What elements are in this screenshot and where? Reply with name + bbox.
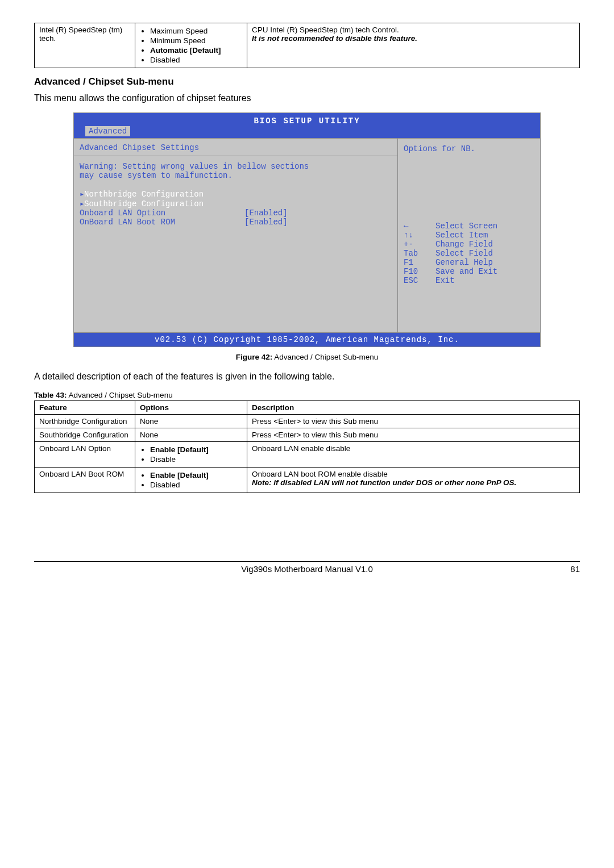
bios-left-pane: Advanced Chipset Settings Warning: Setti… — [74, 138, 398, 333]
bios-key-desc: General Help — [435, 258, 493, 267]
t43-r3-opt-1: Disabled — [150, 481, 242, 489]
table-row: Northbridge Configuration None Press <En… — [35, 415, 580, 428]
figure-label: Figure 42: — [236, 353, 273, 361]
speedstep-opt-2: Automatic [Default] — [150, 46, 242, 55]
speedstep-desc-l2: It is not recommended to disable this fe… — [252, 34, 417, 43]
t43-r2-feature: Onboard LAN Option — [35, 442, 135, 468]
table43-label: Table 43: — [34, 391, 67, 399]
bios-key-desc: Change Field — [435, 240, 493, 249]
bios-key: F1 — [404, 258, 435, 267]
bios-key: +- — [404, 240, 435, 249]
bios-warning-l2: may cause system to malfunction. — [80, 171, 392, 180]
t43-r0-feature: Northbridge Configuration — [35, 415, 135, 428]
bios-title: BIOS SETUP UTILITY — [74, 113, 540, 127]
speedstep-opt-0: Maximum Speed — [150, 27, 242, 35]
bios-field-onboard-lan-option: Onboard LAN Option [Enabled] — [80, 208, 392, 218]
t43-r3-options: Enable [Default] Disabled — [135, 468, 247, 493]
bios-screenshot: BIOS SETUP UTILITY Advanced Advanced Chi… — [73, 112, 541, 347]
section-intro: This menu allows the configuration of ch… — [34, 93, 580, 103]
bios-section-title: Advanced Chipset Settings — [74, 139, 397, 156]
figure-text: Advanced / Chipset Sub-menu — [272, 353, 378, 361]
desc-paragraph: A detailed description of each of the fe… — [34, 372, 580, 382]
t43-r3-feature: Onboard LAN Boot ROM — [35, 468, 135, 493]
bios-tabs: Advanced — [74, 127, 540, 138]
t43-r3-desc-note: Note: if disabled LAN will not function … — [252, 478, 516, 487]
bios-field-value: [Enabled] — [244, 208, 288, 218]
t43-r0-desc: Press <Enter> to view this Sub menu — [247, 415, 580, 428]
t43-r3-opt-0: Enable [Default] — [150, 471, 242, 479]
t43-r3-desc-l1: Onboard LAN boot ROM enable disable — [252, 470, 388, 478]
bios-key-hints: ←Select Screen ↑↓Select Item +-Change Fi… — [404, 222, 534, 285]
speedstep-desc: CPU Intel (R) SpeedStep (tm) tech Contro… — [247, 23, 580, 68]
bios-submenu-northbridge: ▸Northbridge Configuration — [80, 189, 392, 199]
bios-field-label: OnBoard LAN Boot ROM — [80, 218, 244, 227]
footer-page-number: 81 — [546, 564, 580, 574]
bios-key: Tab — [404, 249, 435, 258]
table43-header-options: Options — [135, 401, 247, 415]
speedstep-table: Intel (R) SpeedStep (tm) tech. Maximum S… — [34, 23, 580, 68]
bios-field-label: Onboard LAN Option — [80, 208, 244, 218]
triangle-icon: ▸ — [80, 199, 84, 208]
t43-r2-opt-1: Disable — [150, 455, 242, 464]
table43-caption: Table 43: Advanced / Chipset Sub-menu — [34, 391, 580, 399]
bios-key: F10 — [404, 267, 435, 276]
footer-title: Vig390s Motherboard Manual V1.0 — [68, 564, 546, 574]
bios-key-desc: Save and Exit — [435, 267, 497, 276]
bios-field-onboard-lan-boot-rom: OnBoard LAN Boot ROM [Enabled] — [80, 218, 392, 227]
bios-key: ↑↓ — [404, 231, 435, 240]
t43-r2-opt-0: Enable [Default] — [150, 445, 242, 454]
bios-field-value: [Enabled] — [244, 218, 288, 227]
table-row: Onboard LAN Option Enable [Default] Disa… — [35, 442, 580, 468]
table43: Feature Options Description Northbridge … — [34, 400, 580, 493]
bios-help-title: Options for NB. — [404, 144, 534, 153]
bios-key-desc: Select Item — [435, 231, 488, 240]
speedstep-options: Maximum Speed Minimum Speed Automatic [D… — [135, 23, 247, 68]
figure-caption: Figure 42: Advanced / Chipset Sub-menu — [34, 353, 580, 361]
t43-r2-options: Enable [Default] Disable — [135, 442, 247, 468]
bios-submenu-southbridge: ▸Southbridge Configuration — [80, 199, 392, 208]
t43-r1-options: None — [135, 428, 247, 442]
t43-r1-feature: Southbridge Configuration — [35, 428, 135, 442]
table43-text: Advanced / Chipset Sub-menu — [67, 391, 173, 399]
bios-key-desc: Select Field — [435, 249, 493, 258]
speedstep-opt-3: Disabled — [150, 56, 242, 64]
bios-key-desc: Exit — [435, 276, 455, 285]
table-row: Onboard LAN Boot ROM Enable [Default] Di… — [35, 468, 580, 493]
t43-r1-desc: Press <Enter> to view this Sub menu — [247, 428, 580, 442]
bios-footer: v02.53 (C) Copyright 1985-2002, American… — [74, 333, 540, 347]
bios-warning-l1: Warning: Setting wrong values in bellow … — [80, 162, 392, 171]
bios-submenu-0-label: Northbridge Configuration — [84, 190, 204, 199]
section-heading: Advanced / Chipset Sub-menu — [34, 76, 580, 87]
bios-submenu-1-label: Southbridge Configuration — [84, 199, 204, 208]
bios-key: ESC — [404, 276, 435, 285]
speedstep-opt-1: Minimum Speed — [150, 36, 242, 45]
bios-tab-advanced: Advanced — [85, 126, 130, 136]
bios-key-desc: Select Screen — [435, 222, 497, 231]
t43-r0-options: None — [135, 415, 247, 428]
table43-header-feature: Feature — [35, 401, 135, 415]
bios-key: ← — [404, 222, 435, 231]
table43-header-description: Description — [247, 401, 580, 415]
page-footer: Vig390s Motherboard Manual V1.0 81 — [34, 561, 580, 574]
table-row: Southbridge Configuration None Press <En… — [35, 428, 580, 442]
t43-r3-desc: Onboard LAN boot ROM enable disable Note… — [247, 468, 580, 493]
t43-r2-desc: Onboard LAN enable disable — [247, 442, 580, 468]
speedstep-desc-l1: CPU Intel (R) SpeedStep (tm) tech Contro… — [252, 26, 399, 34]
speedstep-feature: Intel (R) SpeedStep (tm) tech. — [35, 23, 135, 68]
bios-right-pane: Options for NB. ←Select Screen ↑↓Select … — [398, 138, 540, 333]
triangle-icon: ▸ — [80, 189, 84, 199]
